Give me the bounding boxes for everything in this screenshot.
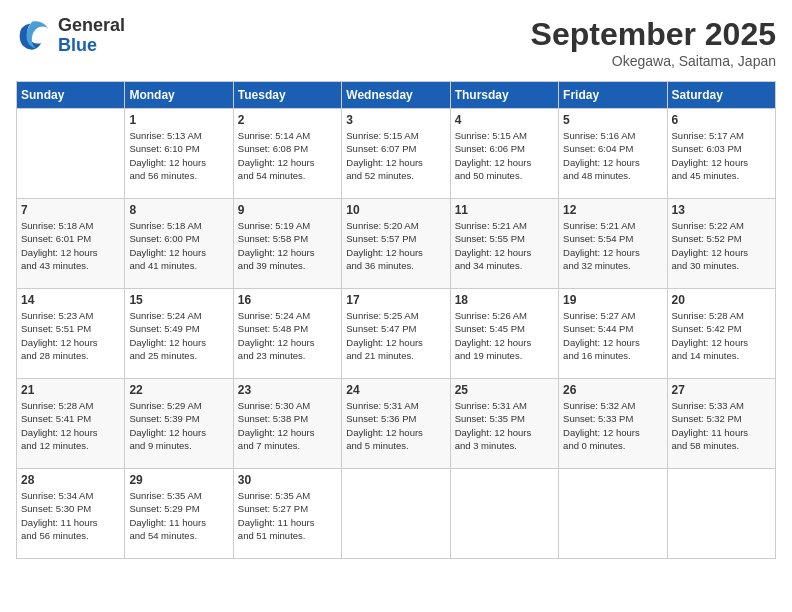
day-number: 5 [563, 113, 662, 127]
day-of-week-sunday: Sunday [17, 82, 125, 109]
day-number: 20 [672, 293, 771, 307]
calendar-cell: 27Sunrise: 5:33 AM Sunset: 5:32 PM Dayli… [667, 379, 775, 469]
week-row-1: 1Sunrise: 5:13 AM Sunset: 6:10 PM Daylig… [17, 109, 776, 199]
day-info: Sunrise: 5:33 AM Sunset: 5:32 PM Dayligh… [672, 399, 771, 452]
day-of-week-saturday: Saturday [667, 82, 775, 109]
day-number: 13 [672, 203, 771, 217]
day-number: 21 [21, 383, 120, 397]
calendar-cell: 1Sunrise: 5:13 AM Sunset: 6:10 PM Daylig… [125, 109, 233, 199]
day-info: Sunrise: 5:25 AM Sunset: 5:47 PM Dayligh… [346, 309, 445, 362]
calendar-cell: 11Sunrise: 5:21 AM Sunset: 5:55 PM Dayli… [450, 199, 558, 289]
logo-text: General Blue [58, 16, 125, 56]
day-info: Sunrise: 5:31 AM Sunset: 5:35 PM Dayligh… [455, 399, 554, 452]
day-number: 4 [455, 113, 554, 127]
calendar-cell [450, 469, 558, 559]
calendar-cell: 16Sunrise: 5:24 AM Sunset: 5:48 PM Dayli… [233, 289, 341, 379]
day-info: Sunrise: 5:19 AM Sunset: 5:58 PM Dayligh… [238, 219, 337, 272]
day-info: Sunrise: 5:35 AM Sunset: 5:29 PM Dayligh… [129, 489, 228, 542]
day-of-week-wednesday: Wednesday [342, 82, 450, 109]
day-info: Sunrise: 5:21 AM Sunset: 5:54 PM Dayligh… [563, 219, 662, 272]
day-number: 30 [238, 473, 337, 487]
day-info: Sunrise: 5:26 AM Sunset: 5:45 PM Dayligh… [455, 309, 554, 362]
day-number: 24 [346, 383, 445, 397]
day-info: Sunrise: 5:15 AM Sunset: 6:07 PM Dayligh… [346, 129, 445, 182]
day-info: Sunrise: 5:24 AM Sunset: 5:49 PM Dayligh… [129, 309, 228, 362]
calendar-cell: 23Sunrise: 5:30 AM Sunset: 5:38 PM Dayli… [233, 379, 341, 469]
day-info: Sunrise: 5:18 AM Sunset: 6:00 PM Dayligh… [129, 219, 228, 272]
calendar-cell: 30Sunrise: 5:35 AM Sunset: 5:27 PM Dayli… [233, 469, 341, 559]
calendar-cell: 2Sunrise: 5:14 AM Sunset: 6:08 PM Daylig… [233, 109, 341, 199]
calendar-cell: 12Sunrise: 5:21 AM Sunset: 5:54 PM Dayli… [559, 199, 667, 289]
calendar-cell: 15Sunrise: 5:24 AM Sunset: 5:49 PM Dayli… [125, 289, 233, 379]
month-title: September 2025 [531, 16, 776, 53]
calendar-cell: 4Sunrise: 5:15 AM Sunset: 6:06 PM Daylig… [450, 109, 558, 199]
logo-blue: Blue [58, 35, 97, 55]
day-number: 1 [129, 113, 228, 127]
day-info: Sunrise: 5:24 AM Sunset: 5:48 PM Dayligh… [238, 309, 337, 362]
calendar-cell [342, 469, 450, 559]
day-number: 15 [129, 293, 228, 307]
calendar-cell: 13Sunrise: 5:22 AM Sunset: 5:52 PM Dayli… [667, 199, 775, 289]
day-info: Sunrise: 5:17 AM Sunset: 6:03 PM Dayligh… [672, 129, 771, 182]
day-number: 16 [238, 293, 337, 307]
calendar-cell: 14Sunrise: 5:23 AM Sunset: 5:51 PM Dayli… [17, 289, 125, 379]
day-of-week-thursday: Thursday [450, 82, 558, 109]
day-info: Sunrise: 5:31 AM Sunset: 5:36 PM Dayligh… [346, 399, 445, 452]
day-number: 29 [129, 473, 228, 487]
day-info: Sunrise: 5:34 AM Sunset: 5:30 PM Dayligh… [21, 489, 120, 542]
calendar-cell: 21Sunrise: 5:28 AM Sunset: 5:41 PM Dayli… [17, 379, 125, 469]
day-number: 17 [346, 293, 445, 307]
calendar-cell: 6Sunrise: 5:17 AM Sunset: 6:03 PM Daylig… [667, 109, 775, 199]
day-number: 10 [346, 203, 445, 217]
day-number: 22 [129, 383, 228, 397]
logo: General Blue [16, 16, 125, 56]
week-row-2: 7Sunrise: 5:18 AM Sunset: 6:01 PM Daylig… [17, 199, 776, 289]
calendar-cell: 22Sunrise: 5:29 AM Sunset: 5:39 PM Dayli… [125, 379, 233, 469]
week-row-3: 14Sunrise: 5:23 AM Sunset: 5:51 PM Dayli… [17, 289, 776, 379]
days-of-week-row: SundayMondayTuesdayWednesdayThursdayFrid… [17, 82, 776, 109]
day-number: 14 [21, 293, 120, 307]
calendar-cell: 10Sunrise: 5:20 AM Sunset: 5:57 PM Dayli… [342, 199, 450, 289]
day-number: 28 [21, 473, 120, 487]
day-info: Sunrise: 5:32 AM Sunset: 5:33 PM Dayligh… [563, 399, 662, 452]
day-info: Sunrise: 5:35 AM Sunset: 5:27 PM Dayligh… [238, 489, 337, 542]
day-number: 27 [672, 383, 771, 397]
calendar-cell [559, 469, 667, 559]
calendar-cell: 19Sunrise: 5:27 AM Sunset: 5:44 PM Dayli… [559, 289, 667, 379]
calendar-cell [667, 469, 775, 559]
week-row-5: 28Sunrise: 5:34 AM Sunset: 5:30 PM Dayli… [17, 469, 776, 559]
logo-general: General [58, 15, 125, 35]
day-info: Sunrise: 5:28 AM Sunset: 5:42 PM Dayligh… [672, 309, 771, 362]
day-number: 18 [455, 293, 554, 307]
calendar-cell: 28Sunrise: 5:34 AM Sunset: 5:30 PM Dayli… [17, 469, 125, 559]
calendar-cell: 24Sunrise: 5:31 AM Sunset: 5:36 PM Dayli… [342, 379, 450, 469]
calendar-table: SundayMondayTuesdayWednesdayThursdayFrid… [16, 81, 776, 559]
day-of-week-friday: Friday [559, 82, 667, 109]
calendar-cell: 26Sunrise: 5:32 AM Sunset: 5:33 PM Dayli… [559, 379, 667, 469]
title-block: September 2025 Okegawa, Saitama, Japan [531, 16, 776, 69]
day-number: 12 [563, 203, 662, 217]
day-number: 19 [563, 293, 662, 307]
calendar-cell: 18Sunrise: 5:26 AM Sunset: 5:45 PM Dayli… [450, 289, 558, 379]
day-number: 26 [563, 383, 662, 397]
calendar-cell: 25Sunrise: 5:31 AM Sunset: 5:35 PM Dayli… [450, 379, 558, 469]
calendar-cell: 9Sunrise: 5:19 AM Sunset: 5:58 PM Daylig… [233, 199, 341, 289]
calendar-cell: 5Sunrise: 5:16 AM Sunset: 6:04 PM Daylig… [559, 109, 667, 199]
calendar-cell: 29Sunrise: 5:35 AM Sunset: 5:29 PM Dayli… [125, 469, 233, 559]
day-number: 3 [346, 113, 445, 127]
day-info: Sunrise: 5:30 AM Sunset: 5:38 PM Dayligh… [238, 399, 337, 452]
logo-icon [16, 18, 52, 54]
week-row-4: 21Sunrise: 5:28 AM Sunset: 5:41 PM Dayli… [17, 379, 776, 469]
day-number: 8 [129, 203, 228, 217]
day-info: Sunrise: 5:15 AM Sunset: 6:06 PM Dayligh… [455, 129, 554, 182]
day-number: 25 [455, 383, 554, 397]
day-info: Sunrise: 5:14 AM Sunset: 6:08 PM Dayligh… [238, 129, 337, 182]
day-info: Sunrise: 5:28 AM Sunset: 5:41 PM Dayligh… [21, 399, 120, 452]
calendar-cell: 3Sunrise: 5:15 AM Sunset: 6:07 PM Daylig… [342, 109, 450, 199]
page-header: General Blue September 2025 Okegawa, Sai… [16, 16, 776, 69]
day-of-week-tuesday: Tuesday [233, 82, 341, 109]
day-info: Sunrise: 5:13 AM Sunset: 6:10 PM Dayligh… [129, 129, 228, 182]
day-number: 7 [21, 203, 120, 217]
day-number: 2 [238, 113, 337, 127]
day-number: 23 [238, 383, 337, 397]
